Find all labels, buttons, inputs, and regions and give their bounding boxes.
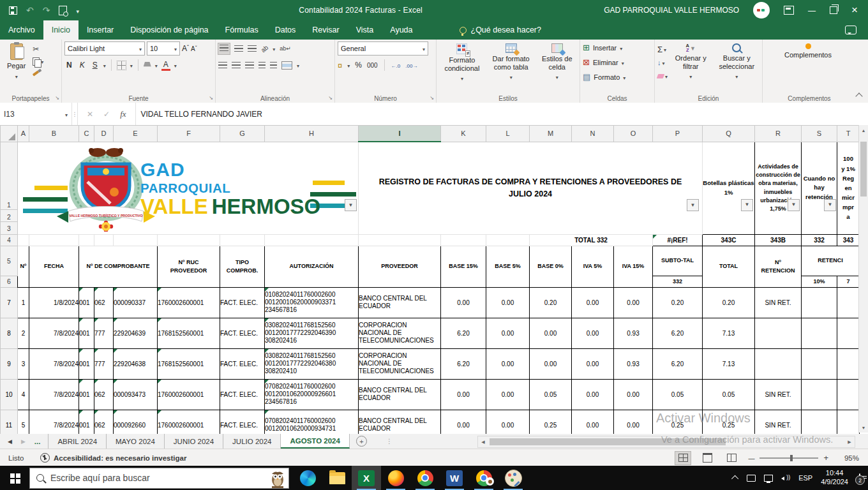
cell-tipo[interactable]: FACT. ELEC.	[220, 318, 265, 348]
filter-dropdown-icon[interactable]	[687, 199, 699, 211]
find-select-button[interactable]: Buscar y seleccionar	[714, 41, 760, 93]
row-header[interactable]: 7	[1, 287, 18, 318]
cell-base5[interactable]: 0.00	[486, 379, 530, 410]
cell-ruc[interactable]: 1760002600001	[158, 379, 220, 410]
cell-base15[interactable]: 6.20	[441, 318, 486, 348]
col-header-f[interactable]: F	[158, 126, 220, 142]
vertical-scrollbar[interactable]: ▲ ▼	[858, 125, 868, 433]
col-header-k[interactable]: K	[441, 126, 486, 142]
row-header-1[interactable]: 1	[1, 143, 17, 210]
cell-base5[interactable]: 0.00	[486, 287, 530, 318]
dialog-launcher-icon[interactable]	[55, 95, 59, 101]
underline-caret-icon[interactable]	[103, 61, 106, 69]
comma-style-button[interactable]: 000	[367, 62, 378, 69]
cell-r-header[interactable]: Actividades de construcción de obra mate…	[755, 142, 802, 234]
col-header-q[interactable]: Q	[703, 126, 755, 142]
cell-num[interactable]: 1	[18, 287, 29, 318]
cell-comprobante-3[interactable]: 229204639	[114, 318, 158, 348]
horizontal-scroll-thumb[interactable]	[490, 438, 726, 445]
cell-base0[interactable]: 0.00	[530, 318, 572, 348]
format-as-table-button[interactable]: Dar formato como tabla	[488, 41, 535, 93]
row-header-5[interactable]: 5	[1, 246, 18, 276]
header-iva15[interactable]: IVA 15%	[614, 246, 653, 287]
cell-343[interactable]: 343	[837, 234, 860, 246]
tab-archivo[interactable]: Archivo	[0, 20, 43, 40]
cell-iva15[interactable]: 0.00	[614, 287, 653, 318]
filter-dropdown-icon[interactable]	[824, 199, 836, 211]
cell-comprobante-3[interactable]: 000092660	[114, 410, 158, 434]
cell-base5[interactable]: 0.00	[486, 318, 530, 348]
cell-subtotal[interactable]: 6.20	[653, 318, 703, 348]
cell-comprobante-1[interactable]: 001	[79, 379, 94, 410]
col-header-h[interactable]: H	[265, 126, 359, 142]
avatar[interactable]	[753, 2, 770, 19]
scroll-down-icon[interactable]: ▼	[859, 422, 868, 433]
cell-t-header[interactable]: 100 y 1% Reg en micr mpr a	[837, 142, 860, 234]
cell-iva15[interactable]: 0.93	[614, 348, 653, 379]
cell-ret-70[interactable]	[837, 379, 860, 410]
percent-style-button[interactable]: %	[355, 61, 362, 70]
taskbar-paint[interactable]	[498, 466, 528, 490]
cell-base0[interactable]: 0.05	[530, 379, 572, 410]
orientation-caret-icon[interactable]	[273, 45, 275, 52]
customize-qat-icon[interactable]	[76, 4, 79, 16]
align-left-icon[interactable]	[218, 62, 227, 69]
col-header-c[interactable]: C	[79, 126, 94, 142]
name-box-caret-icon[interactable]	[65, 110, 68, 119]
orientation-icon[interactable]	[260, 43, 270, 54]
cell-retencion[interactable]: SIN RET.	[755, 410, 802, 434]
cell-empty[interactable]	[94, 234, 114, 246]
cell-empty[interactable]	[220, 234, 265, 246]
delete-cells-button[interactable]: Eliminar	[583, 56, 652, 68]
next-sheet-icon[interactable]: ▶	[21, 438, 26, 445]
tab-scrollbar-splitter[interactable]	[386, 434, 393, 449]
print-preview-icon[interactable]	[59, 6, 67, 15]
cell-comprobante-3[interactable]: 000090337	[114, 287, 158, 318]
cell-total-332[interactable]: TOTAL 332	[530, 234, 653, 246]
increase-font-icon[interactable]	[182, 44, 189, 53]
conditional-formatting-button[interactable]: Formato condicional	[439, 41, 485, 93]
cell-iva5[interactable]: 0.00	[572, 348, 614, 379]
col-header-g[interactable]: G	[220, 126, 265, 142]
ribbon-display-options-icon[interactable]	[784, 6, 794, 15]
prev-sheet-icon[interactable]: ◀	[8, 438, 12, 445]
cell-tipo[interactable]: FACT. ELEC.	[220, 379, 265, 410]
zoom-slider-thumb[interactable]	[790, 455, 793, 461]
col-header-o[interactable]: O	[614, 126, 653, 142]
cell-retencion[interactable]	[755, 348, 802, 379]
cell-base0[interactable]: 0.20	[530, 287, 572, 318]
sheet-tab-abril[interactable]: ABRIL 2024	[48, 434, 107, 449]
new-sheet-icon[interactable]	[356, 436, 367, 447]
col-header-d[interactable]: D	[94, 126, 114, 142]
cell-ret-10[interactable]	[802, 348, 837, 379]
cell-styles-button[interactable]: Estilos de celda	[537, 41, 578, 93]
col-header-l[interactable]: L	[486, 126, 530, 142]
cell-iva5[interactable]: 0.00	[572, 318, 614, 348]
cell-num[interactable]: 2	[18, 318, 29, 348]
cell-retencion[interactable]	[755, 318, 802, 348]
redo-icon[interactable]	[43, 4, 50, 16]
sheet-tab-mayo[interactable]: MAYO 2024	[107, 434, 165, 449]
format-painter-icon[interactable]	[33, 70, 39, 76]
cell-base0[interactable]: 0.25	[530, 410, 572, 434]
cell-report-title[interactable]: REGISTRO DE FACTURAS DE COMPRA Y RETENCI…	[359, 142, 703, 234]
addins-button[interactable]: Complementos	[765, 41, 851, 93]
formula-bar-splitter[interactable]: ⋮	[72, 103, 78, 125]
cell-iva15[interactable]: 0.93	[614, 318, 653, 348]
cell-empty[interactable]	[265, 234, 359, 246]
scroll-left-icon[interactable]: ◀	[478, 440, 488, 445]
cell-logo[interactable]: VALLE HERMOSO TURÍSTICO Y PRODUCTIVO GAD…	[18, 142, 359, 234]
header-pct10[interactable]: 10%	[802, 276, 837, 287]
cell-proveedor[interactable]: BANCO CENTRAL DEL ECUADOR	[359, 379, 441, 410]
comments-icon[interactable]	[845, 26, 857, 34]
cell-autorizacion[interactable]: 03082024011768152560 0012001777229204638…	[265, 348, 359, 379]
filter-dropdown-icon[interactable]	[345, 199, 357, 211]
cell-comprobante-2[interactable]: 777	[94, 318, 114, 348]
insert-function-icon[interactable]: fx	[120, 109, 126, 119]
save-icon[interactable]	[9, 6, 17, 15]
merge-caret-icon[interactable]	[297, 61, 299, 69]
cell-iva15[interactable]: 0.00	[614, 379, 653, 410]
borders-icon[interactable]	[117, 61, 126, 70]
header-fecha[interactable]: FECHA	[29, 246, 79, 287]
clear-caret-icon[interactable]	[665, 72, 668, 80]
